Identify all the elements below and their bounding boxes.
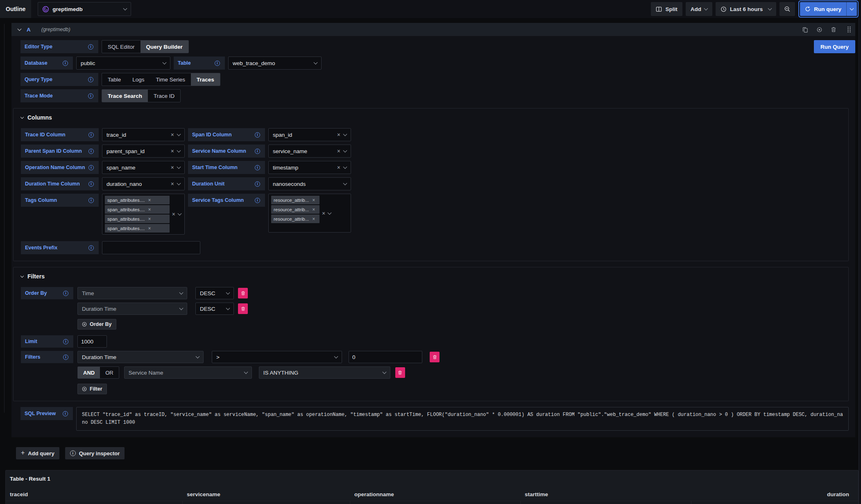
- filter-field-select[interactable]: Service Name: [124, 366, 252, 379]
- column-header-duration[interactable]: duration: [691, 488, 858, 501]
- columns-row-3: Operation Name Columni span_name× Start …: [21, 161, 842, 174]
- datasource-name: greptimedb: [52, 6, 120, 12]
- filter-field-select[interactable]: Duration Time: [77, 351, 204, 363]
- remove-chip-icon[interactable]: ×: [312, 207, 315, 212]
- delete-order-by-button[interactable]: [238, 288, 248, 298]
- clear-icon[interactable]: ×: [171, 181, 174, 187]
- remove-chip-icon[interactable]: ×: [312, 217, 315, 221]
- span-id-column-select[interactable]: span_id×: [268, 128, 351, 141]
- zoom-out-button[interactable]: [779, 2, 795, 16]
- column-header-traceid[interactable]: traceid: [6, 488, 183, 501]
- add-query-button[interactable]: + Add query: [16, 447, 59, 459]
- order-by-direction-select[interactable]: DESC: [195, 287, 234, 299]
- add-filter-button[interactable]: Filter: [77, 384, 107, 394]
- run-query-options-button[interactable]: [846, 2, 857, 16]
- chevron-down-icon: [179, 291, 184, 295]
- add-order-by-wrap: Order By: [77, 319, 842, 330]
- remove-chip-icon[interactable]: ×: [148, 207, 151, 212]
- outline-toggle[interactable]: Outline: [0, 0, 31, 18]
- remove-chip-icon[interactable]: ×: [312, 198, 315, 203]
- chevron-down-icon: [768, 7, 772, 11]
- duration-unit-select[interactable]: nanoseconds: [268, 177, 351, 190]
- chevron-down-icon: [343, 149, 347, 153]
- split-button[interactable]: Split: [651, 2, 682, 16]
- run-query-editor-button[interactable]: Run Query: [814, 40, 855, 53]
- remove-chip-icon[interactable]: ×: [148, 226, 151, 231]
- datasource-picker[interactable]: greptimedb: [38, 2, 131, 16]
- editor-type-query-builder[interactable]: Query Builder: [140, 41, 188, 53]
- delete-filter-button[interactable]: [395, 367, 405, 378]
- run-query-split-button: Run query: [800, 2, 857, 16]
- duration-time-column-select[interactable]: duration_nano×: [102, 177, 185, 190]
- chevron-down-icon: [226, 291, 230, 295]
- clear-icon[interactable]: ×: [171, 132, 174, 138]
- query-row-header[interactable]: A (greptimedb): [11, 23, 855, 36]
- sql-preview-label: SQL Previewi: [20, 407, 73, 420]
- time-range-label: Last 6 hours: [730, 6, 763, 12]
- or-option[interactable]: OR: [100, 367, 119, 378]
- clear-icon[interactable]: ×: [171, 165, 174, 170]
- scrollbar[interactable]: [859, 18, 861, 504]
- editor-type-sql-editor[interactable]: SQL Editor: [102, 41, 140, 53]
- trace-mode-trace-id[interactable]: Trace ID: [148, 90, 180, 102]
- info-icon: i: [255, 149, 260, 154]
- service-tags-column-multiselect[interactable]: resource_attrib...× resource_attrib...× …: [268, 194, 351, 233]
- order-by-field-select[interactable]: Duration Time: [77, 303, 187, 315]
- duplicate-query-icon[interactable]: [802, 27, 808, 33]
- clear-all-icon[interactable]: ×: [172, 211, 175, 217]
- clear-icon[interactable]: ×: [337, 132, 340, 138]
- operation-name-column-select[interactable]: span_name×: [102, 161, 185, 174]
- duration-cell: 0: [691, 501, 858, 504]
- filter-operator-select[interactable]: >: [212, 351, 342, 363]
- sync-icon: [805, 6, 811, 12]
- query-type-traces[interactable]: Traces: [191, 73, 220, 86]
- remove-query-icon[interactable]: [831, 27, 836, 32]
- results-panel: Table - Result 1 traceid servicename ope…: [5, 470, 859, 504]
- filter-value-input[interactable]: [349, 351, 422, 363]
- column-header-operationname[interactable]: operationname: [350, 488, 521, 501]
- filter-operator-select[interactable]: IS ANYTHING: [259, 366, 390, 379]
- clear-icon[interactable]: ×: [337, 165, 340, 170]
- remove-chip-icon[interactable]: ×: [148, 217, 151, 221]
- events-prefix-input[interactable]: [102, 241, 200, 254]
- chevron-down-icon: [196, 355, 200, 359]
- order-by-row-2: Duration Time DESC: [77, 303, 842, 315]
- time-range-picker[interactable]: Last 6 hours: [716, 2, 776, 16]
- tags-column-multiselect[interactable]: span_attributes....× span_attributes....…: [102, 194, 185, 235]
- order-by-direction-select[interactable]: DESC: [195, 303, 234, 315]
- limit-label: Limiti: [21, 335, 73, 348]
- drag-handle-icon[interactable]: [847, 26, 851, 33]
- remove-chip-icon[interactable]: ×: [148, 198, 151, 203]
- filters-section-header[interactable]: Filters: [21, 273, 842, 280]
- table-header-row: traceid servicename operationname startt…: [6, 488, 858, 501]
- column-header-servicename[interactable]: servicename: [183, 488, 350, 501]
- query-inspector-button[interactable]: i Query inspector: [65, 447, 125, 459]
- service-name-column-select[interactable]: service_name×: [268, 145, 351, 158]
- clear-icon[interactable]: ×: [171, 148, 174, 154]
- add-button[interactable]: Add: [686, 2, 712, 16]
- table-select[interactable]: web_trace_demo: [228, 57, 322, 70]
- trace-mode-trace-search[interactable]: Trace Search: [102, 90, 148, 102]
- column-header-starttime[interactable]: starttime: [521, 488, 691, 501]
- run-query-button[interactable]: Run query: [800, 2, 846, 16]
- collapse-chevron-icon[interactable]: [18, 27, 22, 31]
- delete-order-by-button[interactable]: [238, 303, 248, 314]
- add-order-by-button[interactable]: Order By: [77, 319, 116, 330]
- order-by-field-select[interactable]: Time: [77, 287, 187, 299]
- query-type-logs[interactable]: Logs: [127, 73, 150, 86]
- start-time-column-select[interactable]: timestamp×: [268, 161, 351, 174]
- limit-input[interactable]: [77, 335, 107, 348]
- parent-span-id-column-select[interactable]: parent_span_id×: [102, 145, 185, 158]
- clear-icon[interactable]: ×: [337, 148, 340, 154]
- delete-filter-button[interactable]: [430, 352, 440, 362]
- and-option[interactable]: AND: [78, 367, 100, 378]
- clear-all-icon[interactable]: ×: [322, 210, 325, 216]
- disable-query-icon[interactable]: [816, 27, 822, 33]
- trace-id-column-select[interactable]: trace_id×: [102, 128, 185, 141]
- columns-section-header[interactable]: Columns: [21, 114, 842, 121]
- query-type-time-series[interactable]: Time Series: [150, 73, 191, 86]
- info-icon: i: [88, 245, 94, 251]
- trace-id-column-label: Trace ID Columni: [21, 128, 99, 141]
- query-type-table[interactable]: Table: [102, 73, 127, 86]
- database-select[interactable]: public: [76, 57, 170, 70]
